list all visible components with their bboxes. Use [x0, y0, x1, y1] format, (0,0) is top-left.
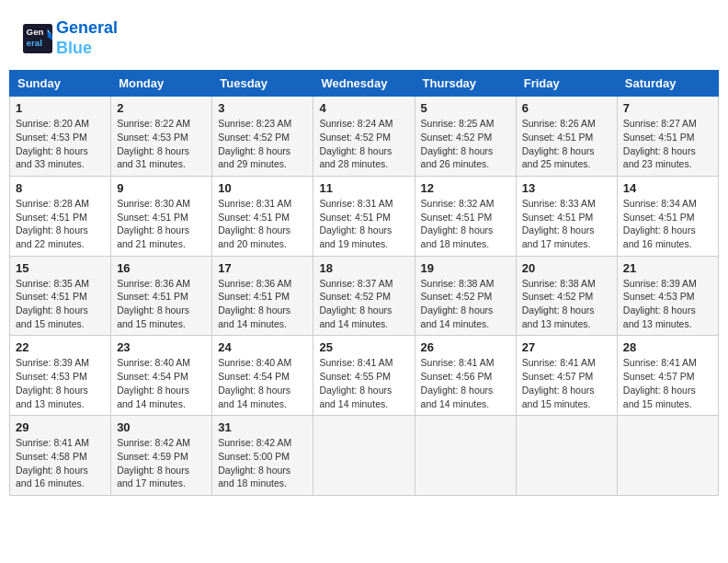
calendar-body: 1 Sunrise: 8:20 AMSunset: 4:53 PMDayligh… [10, 97, 719, 496]
calendar-cell: 27 Sunrise: 8:41 AMSunset: 4:57 PMDaylig… [516, 336, 617, 416]
day-info: Sunrise: 8:23 AMSunset: 4:52 PMDaylight:… [218, 117, 307, 171]
calendar-cell: 23 Sunrise: 8:40 AMSunset: 4:54 PMDaylig… [111, 336, 212, 416]
weekday-header-wednesday: Wednesday [313, 71, 415, 97]
day-number: 29 [16, 420, 105, 434]
day-info: Sunrise: 8:41 AMSunset: 4:57 PMDaylight:… [623, 356, 712, 410]
calendar-cell: 26 Sunrise: 8:41 AMSunset: 4:56 PMDaylig… [415, 336, 516, 416]
calendar-cell: 31 Sunrise: 8:42 AMSunset: 5:00 PMDaylig… [212, 416, 313, 496]
weekday-header-sunday: Sunday [10, 71, 111, 97]
calendar-cell: 25 Sunrise: 8:41 AMSunset: 4:55 PMDaylig… [313, 336, 415, 416]
calendar-cell: 21 Sunrise: 8:39 AMSunset: 4:53 PMDaylig… [617, 256, 718, 336]
calendar-cell: 30 Sunrise: 8:42 AMSunset: 4:59 PMDaylig… [111, 416, 212, 496]
day-number: 2 [117, 101, 206, 115]
day-number: 4 [319, 101, 408, 115]
day-info: Sunrise: 8:26 AMSunset: 4:51 PMDaylight:… [522, 117, 611, 171]
calendar-cell: 6 Sunrise: 8:26 AMSunset: 4:51 PMDayligh… [516, 97, 617, 177]
day-number: 11 [319, 181, 408, 195]
svg-text:Gen: Gen [27, 27, 44, 37]
day-info: Sunrise: 8:41 AMSunset: 4:57 PMDaylight:… [522, 356, 611, 410]
day-info: Sunrise: 8:30 AMSunset: 4:51 PMDaylight:… [117, 197, 206, 251]
calendar-cell: 12 Sunrise: 8:32 AMSunset: 4:51 PMDaylig… [415, 176, 516, 256]
day-number: 31 [218, 420, 307, 434]
day-number: 19 [421, 261, 510, 275]
day-info: Sunrise: 8:41 AMSunset: 4:55 PMDaylight:… [319, 356, 408, 410]
day-info: Sunrise: 8:34 AMSunset: 4:51 PMDaylight:… [623, 197, 712, 251]
day-number: 23 [117, 340, 206, 354]
calendar-cell: 5 Sunrise: 8:25 AMSunset: 4:52 PMDayligh… [415, 97, 516, 177]
day-info: Sunrise: 8:40 AMSunset: 4:54 PMDaylight:… [218, 356, 307, 410]
calendar-cell: 29 Sunrise: 8:41 AMSunset: 4:58 PMDaylig… [10, 416, 111, 496]
day-number: 20 [522, 261, 611, 275]
day-info: Sunrise: 8:42 AMSunset: 4:59 PMDaylight:… [117, 436, 206, 490]
svg-text:eral: eral [27, 38, 43, 48]
day-info: Sunrise: 8:36 AMSunset: 4:51 PMDaylight:… [117, 277, 206, 331]
calendar-cell: 13 Sunrise: 8:33 AMSunset: 4:51 PMDaylig… [516, 176, 617, 256]
week-row-4: 22 Sunrise: 8:39 AMSunset: 4:53 PMDaylig… [10, 336, 719, 416]
day-info: Sunrise: 8:42 AMSunset: 5:00 PMDaylight:… [218, 436, 307, 490]
day-info: Sunrise: 8:41 AMSunset: 4:56 PMDaylight:… [421, 356, 510, 410]
day-info: Sunrise: 8:33 AMSunset: 4:51 PMDaylight:… [522, 197, 611, 251]
calendar-cell: 19 Sunrise: 8:38 AMSunset: 4:52 PMDaylig… [415, 256, 516, 336]
calendar-cell: 16 Sunrise: 8:36 AMSunset: 4:51 PMDaylig… [111, 256, 212, 336]
week-row-1: 1 Sunrise: 8:20 AMSunset: 4:53 PMDayligh… [10, 97, 719, 177]
day-info: Sunrise: 8:31 AMSunset: 4:51 PMDaylight:… [319, 197, 408, 251]
calendar-cell: 14 Sunrise: 8:34 AMSunset: 4:51 PMDaylig… [617, 176, 718, 256]
day-info: Sunrise: 8:38 AMSunset: 4:52 PMDaylight:… [522, 277, 611, 331]
calendar-cell [516, 416, 617, 496]
day-info: Sunrise: 8:36 AMSunset: 4:51 PMDaylight:… [218, 277, 307, 331]
day-info: Sunrise: 8:38 AMSunset: 4:52 PMDaylight:… [421, 277, 510, 331]
day-info: Sunrise: 8:40 AMSunset: 4:54 PMDaylight:… [117, 356, 206, 410]
logo: Gen eral General Blue [23, 18, 118, 58]
day-number: 6 [522, 101, 611, 115]
day-number: 21 [623, 261, 712, 275]
day-info: Sunrise: 8:39 AMSunset: 4:53 PMDaylight:… [16, 356, 105, 410]
day-info: Sunrise: 8:39 AMSunset: 4:53 PMDaylight:… [623, 277, 712, 331]
calendar-cell: 2 Sunrise: 8:22 AMSunset: 4:53 PMDayligh… [111, 97, 212, 177]
calendar-cell: 15 Sunrise: 8:35 AMSunset: 4:51 PMDaylig… [10, 256, 111, 336]
calendar-cell [415, 416, 516, 496]
day-number: 10 [218, 181, 307, 195]
day-info: Sunrise: 8:28 AMSunset: 4:51 PMDaylight:… [16, 197, 105, 251]
day-number: 13 [522, 181, 611, 195]
day-info: Sunrise: 8:37 AMSunset: 4:52 PMDaylight:… [319, 277, 408, 331]
calendar-cell: 9 Sunrise: 8:30 AMSunset: 4:51 PMDayligh… [111, 176, 212, 256]
day-number: 25 [319, 340, 408, 354]
day-info: Sunrise: 8:35 AMSunset: 4:51 PMDaylight:… [16, 277, 105, 331]
calendar-cell: 1 Sunrise: 8:20 AMSunset: 4:53 PMDayligh… [10, 97, 111, 177]
calendar-cell: 8 Sunrise: 8:28 AMSunset: 4:51 PMDayligh… [10, 176, 111, 256]
weekday-header-row: SundayMondayTuesdayWednesdayThursdayFrid… [10, 71, 719, 97]
calendar-cell [617, 416, 718, 496]
week-row-2: 8 Sunrise: 8:28 AMSunset: 4:51 PMDayligh… [10, 176, 719, 256]
weekday-header-monday: Monday [111, 71, 212, 97]
calendar-cell: 28 Sunrise: 8:41 AMSunset: 4:57 PMDaylig… [617, 336, 718, 416]
day-number: 17 [218, 261, 307, 275]
day-number: 12 [421, 181, 510, 195]
day-number: 28 [623, 340, 712, 354]
calendar-cell: 17 Sunrise: 8:36 AMSunset: 4:51 PMDaylig… [212, 256, 313, 336]
logo-icon: Gen eral [23, 24, 52, 53]
day-number: 15 [16, 261, 105, 275]
calendar-cell: 18 Sunrise: 8:37 AMSunset: 4:52 PMDaylig… [313, 256, 415, 336]
day-number: 24 [218, 340, 307, 354]
day-number: 7 [623, 101, 712, 115]
calendar-cell: 11 Sunrise: 8:31 AMSunset: 4:51 PMDaylig… [313, 176, 415, 256]
day-number: 1 [16, 101, 105, 115]
day-info: Sunrise: 8:24 AMSunset: 4:52 PMDaylight:… [319, 117, 408, 171]
day-info: Sunrise: 8:27 AMSunset: 4:51 PMDaylight:… [623, 117, 712, 171]
day-info: Sunrise: 8:20 AMSunset: 4:53 PMDaylight:… [16, 117, 105, 171]
week-row-5: 29 Sunrise: 8:41 AMSunset: 4:58 PMDaylig… [10, 416, 719, 496]
day-info: Sunrise: 8:32 AMSunset: 4:51 PMDaylight:… [421, 197, 510, 251]
day-number: 27 [522, 340, 611, 354]
day-info: Sunrise: 8:41 AMSunset: 4:58 PMDaylight:… [16, 436, 105, 490]
day-number: 9 [117, 181, 206, 195]
day-number: 18 [319, 261, 408, 275]
calendar-cell: 7 Sunrise: 8:27 AMSunset: 4:51 PMDayligh… [617, 97, 718, 177]
week-row-3: 15 Sunrise: 8:35 AMSunset: 4:51 PMDaylig… [10, 256, 719, 336]
day-number: 26 [421, 340, 510, 354]
weekday-header-saturday: Saturday [617, 71, 718, 97]
day-info: Sunrise: 8:25 AMSunset: 4:52 PMDaylight:… [421, 117, 510, 171]
calendar-cell: 10 Sunrise: 8:31 AMSunset: 4:51 PMDaylig… [212, 176, 313, 256]
logo-text-line2: Blue [56, 39, 118, 59]
day-number: 5 [421, 101, 510, 115]
calendar-cell: 4 Sunrise: 8:24 AMSunset: 4:52 PMDayligh… [313, 97, 415, 177]
